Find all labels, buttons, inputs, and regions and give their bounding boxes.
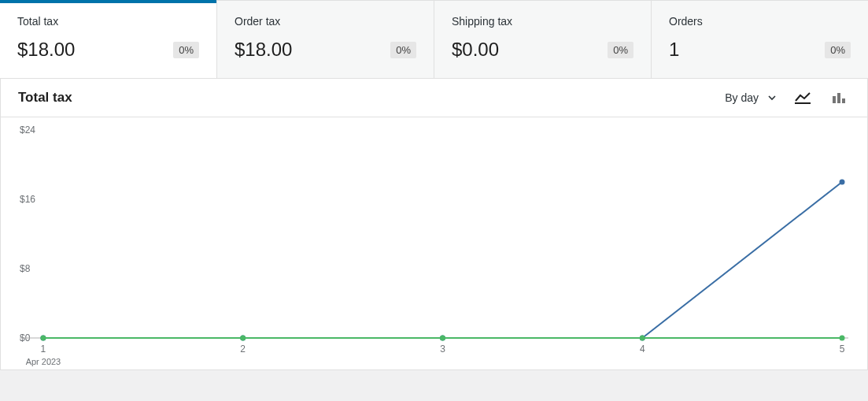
stat-value-row: $18.00 0%: [235, 39, 416, 61]
svg-point-16: [440, 336, 445, 341]
stat-value: $18.00: [17, 39, 75, 61]
stat-card-shipping-tax[interactable]: Shipping tax $0.00 0%: [434, 1, 652, 78]
interval-label: By day: [725, 91, 759, 104]
svg-text:2: 2: [240, 343, 246, 355]
svg-text:Apr 2023: Apr 2023: [26, 357, 61, 366]
stat-value: $0.00: [452, 39, 499, 61]
stat-card-orders[interactable]: Orders 1 0%: [652, 1, 868, 78]
chart-panel: Total tax By day: [0, 79, 868, 370]
svg-text:1: 1: [41, 343, 46, 355]
svg-text:$24: $24: [20, 124, 35, 136]
svg-text:$16: $16: [20, 194, 35, 205]
stat-card-total-tax[interactable]: Total tax $18.00 0%: [0, 1, 217, 78]
report-container: Total tax $18.00 0% Order tax $18.00 0% …: [0, 0, 868, 370]
svg-text:5: 5: [840, 343, 845, 355]
stat-delta: 0%: [173, 42, 199, 58]
svg-point-14: [40, 336, 46, 341]
svg-point-15: [240, 336, 246, 341]
stat-value-row: $18.00 0%: [17, 39, 199, 61]
stat-card-order-tax[interactable]: Order tax $18.00 0%: [217, 1, 434, 78]
chart-title: Total tax: [18, 90, 72, 106]
stat-label: Total tax: [17, 15, 199, 28]
svg-point-17: [640, 336, 645, 341]
bar-chart-icon: [831, 91, 847, 104]
stat-value: 1: [669, 39, 679, 61]
stat-delta: 0%: [390, 42, 416, 58]
svg-text:4: 4: [640, 343, 645, 355]
stats-row: Total tax $18.00 0% Order tax $18.00 0% …: [0, 0, 868, 79]
svg-point-18: [840, 336, 845, 341]
chart-svg: $0$8$16$2412345Apr 2023: [18, 122, 850, 369]
stat-value-row: 1 0%: [669, 39, 851, 61]
line-chart-icon: [795, 91, 811, 104]
svg-rect-2: [837, 93, 840, 103]
stat-value-row: $0.00 0%: [452, 39, 633, 61]
stat-label: Orders: [669, 15, 851, 28]
chevron-down-icon: [768, 91, 776, 104]
svg-rect-1: [833, 96, 836, 103]
stat-label: Order tax: [235, 15, 416, 28]
chart-body: $0$8$16$2412345Apr 2023: [1, 117, 867, 369]
chart-type-line-button[interactable]: [792, 87, 814, 109]
chart-header: Total tax By day: [1, 79, 867, 117]
stat-delta: 0%: [825, 42, 851, 58]
svg-point-13: [840, 180, 845, 185]
interval-select[interactable]: By day: [723, 88, 778, 107]
svg-rect-3: [842, 98, 845, 103]
stat-label: Shipping tax: [452, 15, 633, 28]
chart-type-bar-button[interactable]: [828, 87, 850, 109]
stat-delta: 0%: [608, 42, 633, 58]
stat-value: $18.00: [235, 39, 292, 61]
svg-text:3: 3: [440, 343, 445, 355]
chart-controls: By day: [723, 87, 850, 109]
svg-text:$8: $8: [20, 263, 31, 274]
